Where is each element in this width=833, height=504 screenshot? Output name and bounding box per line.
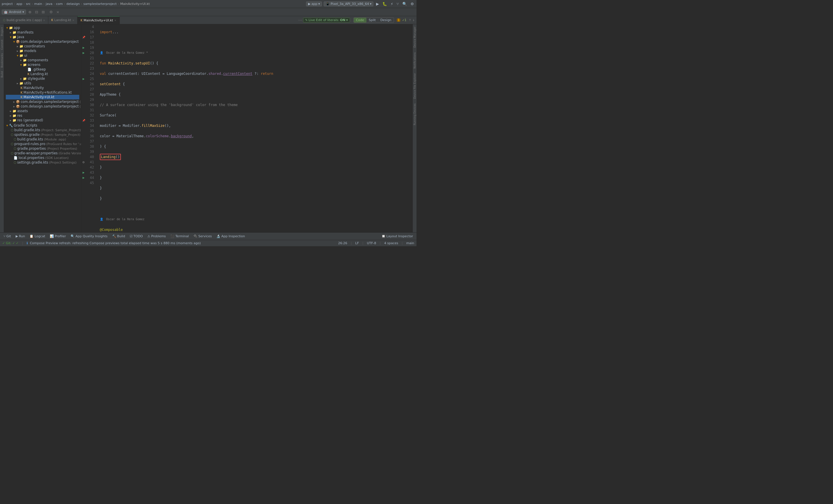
todo-tab[interactable]: ☑ TODO: [127, 233, 145, 240]
breadcrumb-file[interactable]: MainActivity+UI.kt: [120, 2, 150, 6]
breadcrumb-app[interactable]: app: [17, 2, 23, 6]
tree-item-landing-kt[interactable]: K Landing.kt: [6, 72, 79, 76]
close-tab-build-gradle[interactable]: ×: [43, 19, 45, 22]
tree-item-screens[interactable]: ▾ 📁 screens: [6, 62, 79, 67]
tree-item-manifests[interactable]: ▸ 📁 manifests: [6, 30, 79, 35]
status-lang[interactable]: main: [406, 241, 414, 245]
breadcrumb-main[interactable]: main: [34, 2, 42, 6]
git-button-branch[interactable]: ⑂: [396, 1, 400, 7]
tree-item-components[interactable]: ▸ 📁 components: [6, 58, 79, 62]
view-design-btn[interactable]: Design: [378, 18, 394, 23]
app-inspection-tab[interactable]: 🔬 App Inspection: [214, 233, 247, 240]
tree-item-res[interactable]: ▸ 📁 res: [6, 113, 79, 118]
tab-mainactivity-ui[interactable]: K MainActivity+UI.kt ×: [77, 16, 119, 24]
sidebar-bookmarks-icon[interactable]: Bookmarks: [0, 51, 4, 69]
tree-item-gradle-scripts[interactable]: ▾ 🔧 Gradle Scripts: [6, 123, 79, 128]
collapse-icon[interactable]: ⊟: [34, 10, 39, 14]
device-manager-label[interactable]: Device Manager: [413, 24, 417, 50]
terminal-tab[interactable]: ⬛ Terminal: [168, 233, 191, 240]
tree-item-coordinators[interactable]: ▸ 📁 coordinators: [6, 44, 79, 49]
device-file-explorer-label[interactable]: Device File Explorer: [413, 71, 417, 101]
profile-button[interactable]: ⚡: [389, 1, 394, 7]
view-code-btn[interactable]: Code: [354, 18, 366, 23]
sync-icon[interactable]: ⊕: [27, 10, 33, 14]
breadcrumb-project[interactable]: project: [2, 2, 13, 6]
profiler-tab[interactable]: 📊 Profiler: [47, 233, 68, 240]
build-tab[interactable]: 🔨 Build: [110, 233, 127, 240]
search-icon[interactable]: 🔍: [402, 1, 408, 7]
tree-item-local-props[interactable]: 📄 local.properties (SDK Location): [6, 155, 79, 160]
layout-inspector-tab[interactable]: 🔲 Layout Inspector: [379, 233, 415, 240]
status-indent[interactable]: 4 spaces: [384, 241, 398, 245]
package-open-icon: ▾: [13, 40, 15, 44]
status-git-check[interactable]: ✓ Git: ✓ ✓: [2, 241, 19, 245]
git-tab[interactable]: ⑂ Git: [1, 233, 13, 240]
down-icon[interactable]: ↓: [412, 19, 415, 22]
tree-item-test[interactable]: ▸ 📦 com.delasign.samplestarterproject (t…: [6, 104, 79, 109]
tree-item-mainactivity-notifications[interactable]: K MainActivity+Notifications.kt: [6, 90, 79, 95]
app-quality-tab[interactable]: 🔍 App Quality Insights: [68, 233, 110, 240]
tree-item-mainactivity[interactable]: K MainActivity: [6, 85, 79, 90]
tree-item-androidtest[interactable]: ▸ 📦 com.delasign.samplestarterproject (a…: [6, 99, 79, 104]
status-encoding[interactable]: UTF-8: [367, 241, 376, 245]
device-selector[interactable]: 📱 Pixel_3a_API_33_x86_64 ▾: [324, 1, 374, 6]
breadcrumb-com[interactable]: com: [56, 2, 63, 6]
settings-icon[interactable]: ⚙: [409, 1, 415, 7]
tree-item-gitkeep[interactable]: 📄 .gitkeep: [6, 67, 79, 72]
status-line-ending[interactable]: LF: [355, 241, 359, 245]
problems-tab[interactable]: ⚠ Problems: [145, 233, 168, 240]
code-content[interactable]: import ... 👤 Oscar de la Hera Gomez * fu…: [96, 24, 412, 232]
breadcrumb-java[interactable]: java: [46, 2, 52, 6]
git-icon: ⑂: [3, 234, 5, 238]
sidebar-project-icon[interactable]: Project: [0, 25, 4, 38]
tab-landing-kt[interactable]: K Landing.kt ×: [48, 16, 77, 24]
run-config-selector[interactable]: ▶ app ▾: [306, 1, 322, 6]
run-button[interactable]: ▶: [375, 1, 380, 7]
tree-item-spotless[interactable]: ⬡ spotless.gradle (Project: Sample_Proje…: [6, 132, 79, 137]
tree-item-ui[interactable]: ▾ 📁 ui: [6, 53, 79, 58]
android-selector[interactable]: 🤖 Android ▾: [2, 9, 26, 15]
tree-item-res-generated[interactable]: ▸ 📁 res (generated): [6, 118, 79, 123]
sidebar-variants-icon[interactable]: Build: [0, 69, 4, 79]
services-tab[interactable]: 🔌 Services: [191, 233, 214, 240]
notifications-label[interactable]: Notifications: [413, 50, 417, 71]
tree-item-gradle-wrapper[interactable]: ⬡ gradle-wrapper.properties (Gradle Vers…: [6, 151, 79, 155]
tree-item-assets[interactable]: ▸ 📁 assets: [6, 109, 79, 113]
gear-icon[interactable]: ⚙: [48, 10, 54, 14]
close-tab-mainactivity[interactable]: ×: [114, 19, 117, 22]
tree-item-gradle-props[interactable]: ⬡ gradle.properties (Project Properties): [6, 146, 79, 151]
running-devices-label[interactable]: Running Devices: [413, 101, 417, 127]
sidebar-commit-icon[interactable]: Commit: [0, 38, 4, 51]
tree-item-build-gradle-app[interactable]: ⬡ build.gradle.kts (Module :app): [6, 137, 79, 142]
warning-badge[interactable]: 1: [397, 19, 400, 22]
breadcrumb-src[interactable]: src: [26, 2, 31, 6]
tree-item-app[interactable]: ▾ 📁 app: [6, 25, 79, 30]
tree-item-proguard[interactable]: ⬡ proguard-rules.pro (ProGuard Rules for…: [6, 142, 79, 146]
line-32: 👤 Oscar de la Hera Gomez: [100, 217, 409, 222]
more-tabs-icon[interactable]: ⋯: [298, 18, 302, 22]
expand-icon[interactable]: ⊞: [41, 10, 46, 14]
close-tab-landing[interactable]: ×: [72, 19, 75, 22]
status-position[interactable]: 26:26: [338, 241, 348, 245]
tree-item-models[interactable]: ▸ 📁 models: [6, 49, 79, 53]
logcat-tab[interactable]: 📋 Logcat: [27, 233, 47, 240]
coordinators-folder-icon: ▸: [17, 45, 19, 48]
breadcrumb-delasign[interactable]: delasign: [66, 2, 79, 6]
tree-item-styleguide[interactable]: ▸ 📁 styleguide: [6, 76, 79, 81]
tree-item-java[interactable]: ▾ 📁 java: [6, 35, 79, 39]
breadcrumb-samplestarterproject[interactable]: samplestarterproject: [83, 2, 117, 6]
up-icon[interactable]: ↑: [409, 19, 411, 22]
code-editor[interactable]: 📌 ▶ ▶ ▶ 📌: [81, 24, 412, 232]
tree-item-com-delasign[interactable]: ▾ 📦 com.delasign.samplestarterproject: [6, 39, 79, 44]
tree-item-settings-gradle[interactable]: ⬡ settings.gradle.kts (Project Settings): [6, 160, 79, 165]
debug-button[interactable]: 🐛: [381, 1, 388, 7]
view-split-btn[interactable]: Split: [366, 18, 378, 23]
tree-item-mainactivity-ui[interactable]: K MainActivity+UI.kt: [6, 95, 79, 99]
tree-item-build-gradle-proj[interactable]: ⬡ build.gradle.kts (Project: Sample_Proj…: [6, 128, 79, 132]
close-panel-icon[interactable]: ×: [55, 10, 61, 14]
tab-build-gradle[interactable]: ⬡ build.gradle.kts (:app) ×: [0, 16, 48, 24]
tree-item-utils[interactable]: ▸ 📁 utils: [6, 81, 79, 85]
live-edit-toggle[interactable]: ✎ Live Edit of literals: ON ▾: [303, 18, 350, 23]
screens-icon: 📁: [23, 63, 27, 67]
run-tab[interactable]: ▶ Run: [13, 233, 27, 240]
